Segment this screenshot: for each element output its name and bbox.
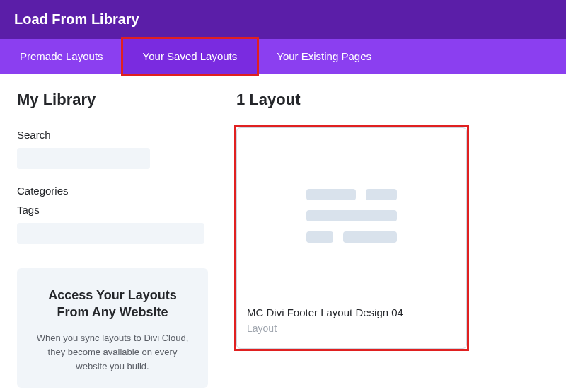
tags-label: Tags bbox=[17, 204, 208, 216]
sidebar: My Library Search Categories Tags Access… bbox=[17, 91, 208, 388]
placeholder-bar bbox=[306, 210, 397, 221]
placeholder-bar bbox=[366, 189, 397, 200]
tab-your-saved-layouts[interactable]: Your Saved Layouts bbox=[123, 39, 258, 74]
modal-title: Load From Library bbox=[14, 11, 552, 28]
layout-card[interactable]: MC Divi Footer Layout Design 04 Layout bbox=[236, 127, 467, 349]
placeholder-bar bbox=[343, 231, 397, 243]
layout-count: 1 Layout bbox=[236, 91, 549, 109]
content-area: 1 Layout bbox=[236, 91, 549, 388]
search-input[interactable] bbox=[17, 148, 150, 169]
promo-body: When you sync layouts to Divi Cloud, the… bbox=[31, 331, 194, 374]
promo-card: Access Your Layouts From Any Website Whe… bbox=[17, 268, 208, 388]
categories-label: Categories bbox=[17, 185, 208, 197]
tab-bar: Premade Layouts Your Saved Layouts Your … bbox=[0, 39, 566, 74]
placeholder-graphic bbox=[306, 189, 397, 243]
tab-label: Premade Layouts bbox=[20, 50, 103, 62]
card-wrapper: MC Divi Footer Layout Design 04 Layout bbox=[236, 127, 467, 349]
placeholder-bar bbox=[306, 189, 356, 200]
sidebar-title: My Library bbox=[17, 91, 208, 109]
promo-heading: Access Your Layouts From Any Website bbox=[31, 287, 194, 321]
main-content: My Library Search Categories Tags Access… bbox=[0, 74, 566, 388]
placeholder-bar bbox=[306, 231, 333, 243]
search-label: Search bbox=[17, 129, 208, 141]
tab-label: Your Saved Layouts bbox=[143, 50, 238, 62]
layout-thumbnail bbox=[247, 138, 456, 294]
layout-card-subtitle: Layout bbox=[247, 323, 456, 334]
tab-premade-layouts[interactable]: Premade Layouts bbox=[0, 39, 123, 74]
tags-input[interactable] bbox=[17, 223, 204, 244]
layout-card-title: MC Divi Footer Layout Design 04 bbox=[247, 306, 456, 318]
tab-your-existing-pages[interactable]: Your Existing Pages bbox=[257, 39, 391, 74]
modal-header: Load From Library bbox=[0, 0, 566, 39]
tab-label: Your Existing Pages bbox=[277, 50, 371, 62]
